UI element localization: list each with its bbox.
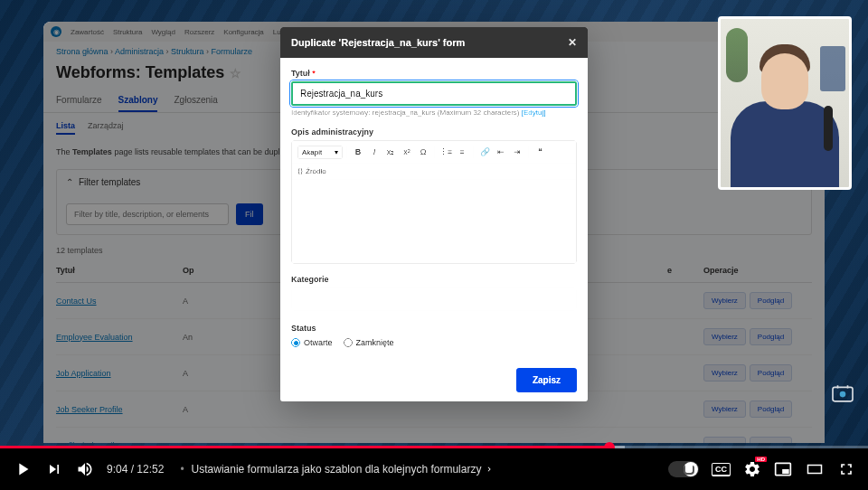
machine-name-hint: Identyfikator systemowy: rejestracja_na_… <box>291 108 577 117</box>
fullscreen-button[interactable] <box>837 460 855 478</box>
link-icon[interactable]: 🔗 <box>477 145 492 159</box>
title-label: Tytuł * <box>291 69 577 78</box>
bullet-list-icon[interactable]: ⋮≡ <box>439 145 453 159</box>
radio-checked-icon <box>291 338 300 347</box>
bold-icon[interactable]: B <box>351 145 365 159</box>
svg-point-1 <box>840 391 846 398</box>
rich-text-editor: Akapit▾ B I x₂ x² Ω ⋮≡ ≡ 🔗 ⇤ ⇥ ❝ <box>291 140 577 264</box>
category-input[interactable] <box>291 287 577 311</box>
code-icon: ⟨⟩ <box>297 167 303 175</box>
duplicate-modal: Duplicate 'Rejestracja_na_kurs' form ✕ T… <box>280 27 588 401</box>
time-display: 9:04 / 12:52 <box>107 463 164 476</box>
desc-label: Opis administracyjny <box>291 127 577 137</box>
miniplayer-button[interactable] <box>774 460 792 478</box>
outdent-icon[interactable]: ⇤ <box>494 145 508 159</box>
italic-icon[interactable]: I <box>367 145 382 159</box>
presenter-webcam <box>718 16 852 190</box>
channel-watermark-icon[interactable] <box>830 383 855 403</box>
autoplay-toggle[interactable] <box>668 461 699 477</box>
editor-textarea[interactable] <box>292 180 576 263</box>
theater-button[interactable] <box>805 461 825 477</box>
status-label: Status <box>291 324 577 333</box>
modal-title: Duplicate 'Rejestracja_na_kurs' form <box>291 37 465 48</box>
quote-icon[interactable]: ❝ <box>533 145 547 159</box>
chapter-title[interactable]: Ustawianie formularza jako szablon dla k… <box>176 463 494 476</box>
edit-link[interactable]: [Edytuj] <box>522 108 546 117</box>
status-open-radio[interactable]: Otwarte <box>291 338 333 347</box>
settings-button[interactable]: HD <box>743 460 761 478</box>
close-icon[interactable]: ✕ <box>568 36 577 49</box>
save-button[interactable]: Zapisz <box>516 368 577 392</box>
status-closed-radio[interactable]: Zamknięte <box>344 338 394 347</box>
video-content: ◉ Zawartość Struktura Wygląd Rozszerz Ko… <box>0 0 868 448</box>
play-button[interactable] <box>13 459 33 479</box>
next-button[interactable] <box>45 460 63 478</box>
title-input[interactable] <box>291 81 577 106</box>
superscript-icon[interactable]: x² <box>400 145 414 159</box>
source-button[interactable]: ⟨⟩Źródło <box>297 167 571 175</box>
captions-button[interactable]: CC <box>712 463 731 476</box>
radio-unchecked-icon <box>344 338 353 347</box>
editor-toolbar: Akapit▾ B I x₂ x² Ω ⋮≡ ≡ 🔗 ⇤ ⇥ ❝ <box>292 141 576 164</box>
hd-badge: HD <box>755 457 767 462</box>
subscript-icon[interactable]: x₂ <box>383 145 398 159</box>
svg-rect-2 <box>808 466 822 474</box>
number-list-icon[interactable]: ≡ <box>455 145 469 159</box>
category-label: Kategorie <box>291 275 577 284</box>
format-select[interactable]: Akapit▾ <box>297 146 343 159</box>
player-controls: 9:04 / 12:52 Ustawianie formularza jako … <box>0 448 868 490</box>
modal-header: Duplicate 'Rejestracja_na_kurs' form ✕ <box>280 27 588 58</box>
omega-icon[interactable]: Ω <box>416 145 430 159</box>
volume-button[interactable] <box>76 460 94 478</box>
indent-icon[interactable]: ⇥ <box>510 145 524 159</box>
